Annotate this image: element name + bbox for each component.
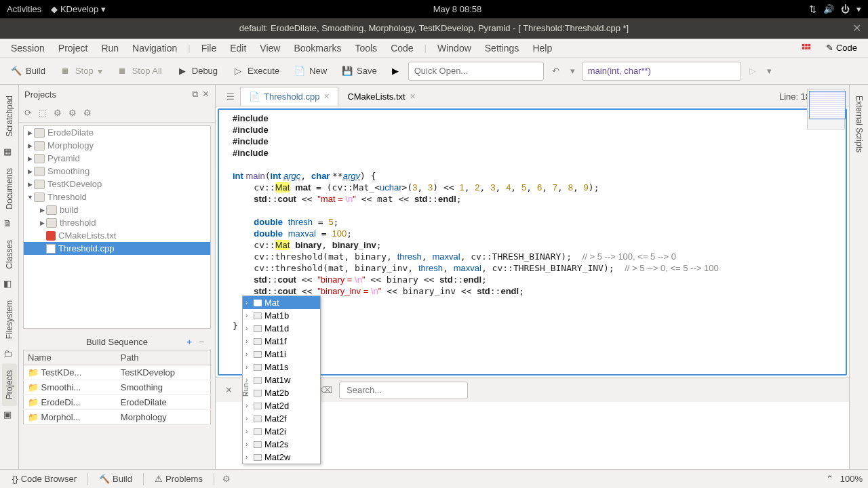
zoom-level[interactable]: 100% bbox=[840, 474, 863, 484]
minimap[interactable] bbox=[807, 89, 845, 129]
code-browser-button[interactable]: {} Code Browser bbox=[5, 472, 83, 486]
menu-help[interactable]: Help bbox=[527, 40, 557, 56]
tree-item-cmakelists-txt[interactable]: CMakeLists.txt bbox=[24, 229, 210, 242]
tree-item-smoothing[interactable]: ▶Smoothing bbox=[24, 165, 210, 178]
tree-item-build[interactable]: ▶build bbox=[24, 203, 210, 216]
search-close-icon[interactable]: ✕ bbox=[221, 383, 236, 398]
menu-file[interactable]: File bbox=[196, 40, 222, 56]
menu-settings[interactable]: Settings bbox=[479, 40, 525, 56]
build-seq-add-button[interactable]: + bbox=[186, 337, 192, 347]
autocomplete-item[interactable]: ›Mat bbox=[243, 296, 320, 309]
code-mode-button[interactable]: ✎ Code bbox=[821, 40, 863, 56]
stop-button[interactable]: ⏹Stop ▾ bbox=[55, 63, 108, 79]
function-nav-input[interactable] bbox=[582, 62, 741, 81]
menu-bookmarks[interactable]: Bookmarks bbox=[288, 40, 347, 56]
menu-view[interactable]: View bbox=[254, 40, 285, 56]
window-close-button[interactable]: ✕ bbox=[852, 22, 861, 35]
activities-button[interactable]: Activities bbox=[7, 4, 41, 14]
tree-item-threshold[interactable]: ▼Threshold bbox=[24, 190, 210, 203]
col-name[interactable]: Name bbox=[24, 350, 117, 365]
menu-run[interactable]: Run bbox=[96, 40, 124, 56]
problems-button[interactable]: ⚠ Problems bbox=[148, 472, 210, 486]
gear3-icon[interactable]: ⚙ bbox=[83, 108, 92, 118]
nav-dropdown[interactable]: ▾ bbox=[764, 66, 774, 76]
autocomplete-item[interactable]: ›Mat2f bbox=[243, 412, 320, 425]
autocomplete-item[interactable]: ›Mat1f bbox=[243, 335, 320, 348]
autocomplete-item[interactable]: ›Mat2b bbox=[243, 386, 320, 399]
autocomplete-item[interactable]: ›Mat2w bbox=[243, 451, 320, 464]
panel-detach-icon[interactable]: ⧉ bbox=[192, 89, 198, 100]
tab-documents[interactable]: Documents bbox=[2, 161, 17, 216]
power-icon[interactable]: ⏻ bbox=[841, 4, 850, 14]
build-button[interactable]: 🔨Build bbox=[5, 63, 51, 79]
tree-item-erodedilate[interactable]: ▶ErodeDilate bbox=[24, 126, 210, 139]
tree-item-pyramid[interactable]: ▶Pyramid bbox=[24, 152, 210, 165]
clear-icon[interactable]: ⌫ bbox=[319, 383, 334, 398]
autocomplete-item[interactable]: ›Mat1b bbox=[243, 309, 320, 322]
build-seq-row[interactable]: 📁 Smoothi...Smoothing bbox=[24, 380, 211, 395]
build-seq-row[interactable]: 📁 Morphol...Morphology bbox=[24, 410, 211, 425]
autocomplete-item[interactable]: ›Mat1s bbox=[243, 361, 320, 373]
play-icon[interactable]: ▶ bbox=[387, 66, 404, 76]
scroll-up-icon[interactable]: ⌃ bbox=[826, 474, 833, 484]
autocomplete-popup[interactable]: ›Mat›Mat1b›Mat1d›Mat1f›Mat1i›Mat1s›Mat1w… bbox=[242, 296, 321, 464]
run-label[interactable]: Run bbox=[241, 383, 250, 396]
save-button[interactable]: 💾Save bbox=[336, 63, 382, 79]
tab-filesystem[interactable]: Filesystem bbox=[2, 293, 17, 346]
gear2-icon[interactable]: ⚙ bbox=[68, 108, 77, 118]
caret-down-icon[interactable]: ▾ bbox=[856, 4, 861, 14]
history-back-button[interactable]: ↶ bbox=[548, 66, 564, 76]
menu-tools[interactable]: Tools bbox=[349, 40, 382, 56]
volume-icon[interactable]: 🔊 bbox=[823, 4, 834, 14]
new-button[interactable]: 📄New bbox=[289, 63, 332, 79]
menu-window[interactable]: Window bbox=[432, 40, 477, 56]
menu-navigation[interactable]: Navigation bbox=[127, 40, 182, 56]
autocomplete-item[interactable]: ›Mat2s bbox=[243, 438, 320, 451]
filter-icon[interactable]: ⬚ bbox=[39, 108, 47, 118]
tab-threshold-cpp[interactable]: 📄 Threshold.cpp ✕ bbox=[240, 87, 338, 106]
menu-session[interactable]: Session bbox=[5, 40, 50, 56]
tree-item-threshold-cpp[interactable]: Threshold.cpp bbox=[24, 242, 210, 255]
col-path[interactable]: Path bbox=[117, 350, 211, 365]
project-tree[interactable]: ▶ErodeDilate▶Morphology▶Pyramid▶Smoothin… bbox=[23, 125, 211, 329]
build-seq-row[interactable]: 📁 TestKDe...TestKDevelop bbox=[24, 365, 211, 380]
stop-all-button[interactable]: ⏹Stop All bbox=[112, 63, 167, 79]
build-seq-row[interactable]: 📁 ErodeDi...ErodeDilate bbox=[24, 395, 211, 410]
tree-item-threshold[interactable]: ▶threshold bbox=[24, 216, 210, 229]
close-tab-icon[interactable]: ✕ bbox=[323, 92, 330, 101]
quick-open-input[interactable] bbox=[408, 62, 544, 81]
search-input[interactable] bbox=[339, 382, 468, 399]
grid-icon[interactable] bbox=[796, 41, 816, 56]
app-menu[interactable]: ◆ KDevelop ▾ bbox=[51, 4, 106, 14]
build-seq-remove-button[interactable]: − bbox=[199, 337, 204, 347]
tab-cmakelists[interactable]: CMakeLists.txt ✕ bbox=[338, 87, 424, 106]
gear-icon[interactable]: ⚙ bbox=[218, 474, 235, 484]
build-output-button[interactable]: 🔨 Build bbox=[92, 472, 139, 486]
tab-classes[interactable]: Classes bbox=[2, 233, 17, 276]
menu-edit[interactable]: Edit bbox=[224, 40, 252, 56]
panel-close-icon[interactable]: ✕ bbox=[202, 89, 210, 100]
menu-code[interactable]: Code bbox=[385, 40, 418, 56]
tree-item-testkdevelop[interactable]: ▶TestKDevelop bbox=[24, 178, 210, 190]
nav-forward-button[interactable]: ▷ bbox=[745, 66, 760, 76]
execute-button[interactable]: ▷Execute bbox=[227, 63, 285, 79]
gear-icon[interactable]: ⚙ bbox=[54, 108, 62, 118]
tab-external-scripts[interactable]: External Scripts bbox=[852, 89, 867, 159]
autocomplete-item[interactable]: ›Mat1i bbox=[243, 348, 320, 361]
autocomplete-item[interactable]: ›Mat1d bbox=[243, 322, 320, 335]
build-sequence-table[interactable]: Name Path 📁 TestKDe...TestKDevelop📁 Smoo… bbox=[23, 350, 211, 425]
tree-item-morphology[interactable]: ▶Morphology bbox=[24, 139, 210, 152]
autocomplete-item[interactable]: ›Mat2i bbox=[243, 425, 320, 438]
tab-projects[interactable]: Projects bbox=[2, 363, 17, 406]
refresh-icon[interactable]: ⟳ bbox=[24, 108, 32, 118]
close-tab-icon[interactable]: ✕ bbox=[410, 92, 416, 101]
tab-list-icon[interactable]: ☰ bbox=[221, 87, 240, 106]
network-icon[interactable]: ⇅ bbox=[809, 4, 816, 14]
menu-project[interactable]: Project bbox=[53, 40, 94, 56]
autocomplete-item[interactable]: ›Mat2d bbox=[243, 399, 320, 412]
tab-scratchpad[interactable]: Scratchpad bbox=[2, 89, 17, 144]
debug-button[interactable]: ▶Debug bbox=[172, 63, 223, 79]
clock[interactable]: May 8 08:58 bbox=[433, 4, 482, 14]
history-dropdown[interactable]: ▾ bbox=[568, 66, 578, 76]
autocomplete-item[interactable]: ›Mat1w bbox=[243, 373, 320, 386]
